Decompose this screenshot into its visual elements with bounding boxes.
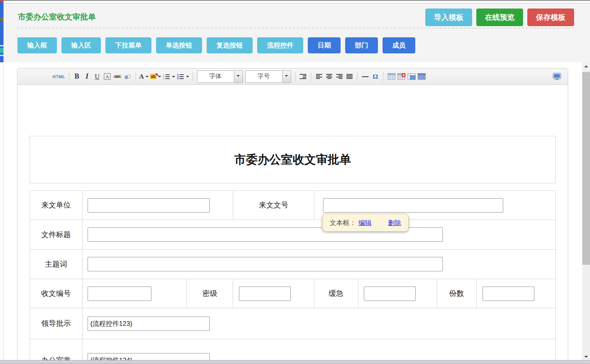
member-button[interactable]: 成员 <box>383 37 415 53</box>
table-row-properties-button[interactable] <box>418 71 426 82</box>
table-cell-icon <box>407 73 416 80</box>
ordered-list-button[interactable]: 1 2 3 <box>163 71 175 82</box>
table-row: 来文单位 来文文号 <box>30 191 556 220</box>
fullscreen-monitor-icon <box>552 73 562 80</box>
radio-button-button[interactable]: 单选按钮 <box>156 37 202 53</box>
horizontal-rule-button[interactable] <box>361 71 370 82</box>
editor-document[interactable]: 市委办公室收文审批单 来文单位 来文文号 文件标题 主 <box>18 85 568 364</box>
delete-control-link[interactable]: 删除 <box>388 218 401 227</box>
svg-text:3: 3 <box>163 77 164 80</box>
vertical-scrollbar[interactable] <box>582 62 590 364</box>
keywords-input[interactable] <box>88 257 443 271</box>
delete-table-button[interactable] <box>397 71 406 82</box>
dropdown-menu-button[interactable]: 下拉菜单 <box>105 37 151 53</box>
header-divider <box>17 28 574 28</box>
secrecy-level-input[interactable] <box>239 287 291 301</box>
copies-label: 份数 <box>437 279 476 308</box>
indent-icon <box>299 74 307 79</box>
doc-title-label: 文件标题 <box>30 220 83 250</box>
input-box-button[interactable]: 输入框 <box>18 37 57 53</box>
online-preview-button[interactable]: 在线预览 <box>476 9 523 26</box>
edge-speck <box>0 45 4 46</box>
align-right-icon <box>336 74 343 79</box>
form-title: 市委办公室收文审批单 <box>234 152 351 168</box>
align-center-icon <box>326 74 333 79</box>
copies-input[interactable] <box>483 287 534 301</box>
scrollbar-thumb[interactable] <box>582 72 590 265</box>
source-unit-input[interactable] <box>88 198 210 213</box>
toolbar-separator <box>295 72 295 81</box>
import-template-button[interactable]: 导入模板 <box>425 9 472 26</box>
align-left-icon <box>316 74 323 79</box>
table-cell-properties-button[interactable] <box>407 71 416 82</box>
receipt-number-label: 收文编号 <box>30 279 83 308</box>
table-grid-icon <box>418 73 426 80</box>
pencil-icon: ✎ <box>155 72 159 77</box>
leader-instructions-input[interactable] <box>88 317 210 331</box>
page-title: 市委办公室收文审批单 <box>18 12 96 22</box>
strikethrough-button[interactable]: ABC <box>113 71 122 82</box>
remove-format-button[interactable] <box>123 71 132 82</box>
save-template-button[interactable]: 保存模板 <box>527 9 574 26</box>
doc-number-input[interactable] <box>323 198 503 213</box>
editor-toolbar: HTML B I U A ABC A ab✎ 1 2 <box>18 69 568 85</box>
chevron-down-icon <box>172 76 175 79</box>
adjacent-window-edge <box>0 0 4 364</box>
highlight-color-button[interactable]: ab✎ <box>150 71 161 82</box>
chevron-down-icon <box>186 76 189 79</box>
table-row: 主题词 <box>30 250 556 279</box>
font-size-select[interactable]: 字号 <box>245 70 291 83</box>
scroll-up-arrow-icon[interactable] <box>584 65 588 67</box>
urgency-label: 缓急 <box>314 279 358 308</box>
font-size-dropdown-button[interactable] <box>282 71 291 83</box>
edge-speck <box>0 55 4 56</box>
edge-speck <box>0 48 4 53</box>
font-size-value: 字号 <box>246 71 282 83</box>
table-row: 文件标题 <box>30 220 556 250</box>
fullscreen-button[interactable] <box>552 71 562 82</box>
edge-speck <box>0 0 4 2</box>
source-unit-label: 来文单位 <box>30 191 83 220</box>
window-bottom-edge <box>0 360 590 364</box>
process-control-button[interactable]: 流程控件 <box>257 37 303 53</box>
font-family-dropdown-button[interactable] <box>234 71 242 83</box>
align-right-button[interactable] <box>335 71 344 82</box>
tooltip-label: 文本框： <box>330 218 356 227</box>
toolbar-separator <box>311 72 311 81</box>
department-button[interactable]: 部门 <box>345 37 378 53</box>
leader-instructions-label: 领导批示 <box>30 308 83 339</box>
eraser-icon <box>124 74 132 80</box>
edge-speck <box>0 17 4 21</box>
italic-button[interactable]: I <box>83 71 91 82</box>
font-style-icon[interactable]: A <box>104 73 111 80</box>
align-left-button[interactable] <box>315 71 323 82</box>
html-source-button[interactable]: HTML <box>53 71 65 82</box>
table-row: 收文编号 密级 缓急 份数 <box>30 279 556 308</box>
scroll-down-arrow-icon[interactable] <box>584 356 588 358</box>
receipt-number-input[interactable] <box>88 287 151 301</box>
header: 市委办公室收文审批单 导入模板 在线预览 保存模板 输入框 输入区 下拉菜单 单… <box>3 4 590 62</box>
ordered-list-icon: 1 2 3 <box>163 74 170 80</box>
date-button[interactable]: 日期 <box>308 37 341 53</box>
toolbar-separator <box>193 72 193 81</box>
app-window: 市委办公室收文审批单 导入模板 在线预览 保存模板 输入框 输入区 下拉菜单 单… <box>0 0 590 364</box>
toolbar-separator <box>69 72 69 81</box>
font-family-select[interactable]: 字体 <box>197 70 243 83</box>
indent-button[interactable] <box>299 71 307 82</box>
bold-button[interactable]: B <box>73 71 81 82</box>
input-area-button[interactable]: 输入区 <box>61 37 101 53</box>
horizontal-rule-icon <box>362 76 369 77</box>
urgency-input[interactable] <box>364 287 416 301</box>
checkbox-button[interactable]: 复选按钮 <box>207 37 253 53</box>
align-center-button[interactable] <box>325 71 334 82</box>
unordered-list-button[interactable] <box>177 71 189 82</box>
underline-button[interactable]: U <box>93 71 102 82</box>
chevron-down-icon <box>237 75 240 78</box>
font-color-button[interactable]: A <box>139 71 149 82</box>
special-character-button[interactable]: Ω <box>371 71 380 82</box>
align-justify-button[interactable] <box>345 71 354 82</box>
rich-text-editor: HTML B I U A ABC A ab✎ 1 2 <box>17 68 568 364</box>
adjacent-window-edge-accent <box>0 0 4 62</box>
insert-table-button[interactable] <box>387 71 396 82</box>
edit-control-link[interactable]: 编辑 <box>358 218 372 227</box>
